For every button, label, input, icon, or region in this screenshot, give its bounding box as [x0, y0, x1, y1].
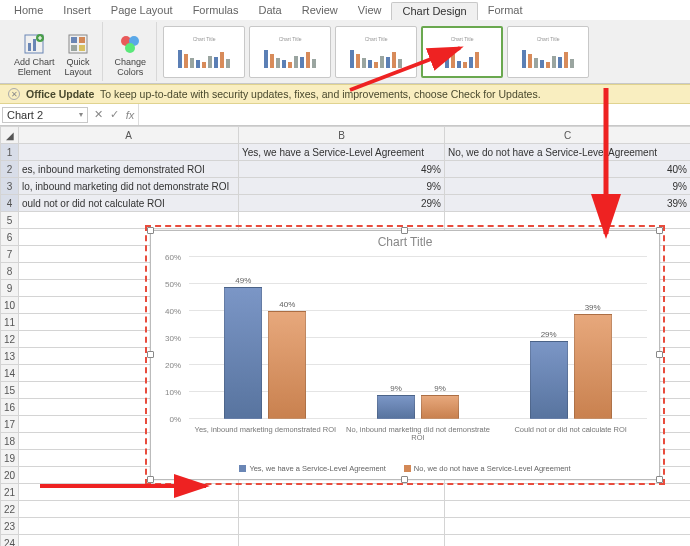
chart-group-2: 9% 9%: [342, 257, 495, 419]
ribbon: Add Chart Element Quick Layout Change Co…: [0, 20, 690, 84]
row-header-15[interactable]: 15: [1, 382, 19, 399]
close-icon[interactable]: ✕: [8, 88, 20, 100]
svg-rect-5: [71, 37, 77, 43]
row-header-3[interactable]: 3: [1, 178, 19, 195]
row-header-22[interactable]: 22: [1, 501, 19, 518]
col-header-c[interactable]: C: [445, 127, 691, 144]
row-header-23[interactable]: 23: [1, 518, 19, 535]
row-header-6[interactable]: 6: [1, 229, 19, 246]
bar-s1-c2[interactable]: 9%: [377, 395, 415, 419]
chart-legend[interactable]: Yes, we have a Service-Level Agreement N…: [151, 464, 659, 473]
bar-s2-c1[interactable]: 40%: [268, 311, 306, 419]
col-header-a[interactable]: A: [19, 127, 239, 144]
svg-rect-7: [71, 45, 77, 51]
row-header-19[interactable]: 19: [1, 450, 19, 467]
row-header-18[interactable]: 18: [1, 433, 19, 450]
tab-home[interactable]: Home: [4, 2, 53, 20]
row-header-17[interactable]: 17: [1, 416, 19, 433]
ribbon-tabs: Home Insert Page Layout Formulas Data Re…: [0, 0, 690, 20]
row-header-7[interactable]: 7: [1, 246, 19, 263]
add-chart-element-icon: [22, 32, 46, 56]
office-update-bar: ✕ Office Update To keep up-to-date with …: [0, 84, 690, 104]
chart-style-4[interactable]: Chart Title: [421, 26, 503, 78]
select-all-corner[interactable]: ◢: [1, 127, 19, 144]
svg-rect-6: [79, 37, 85, 43]
chart-y-axis: 0% 10% 20% 30% 40% 50% 60%: [151, 257, 185, 419]
change-colors-button[interactable]: Change Colors: [111, 30, 151, 79]
row-header-24[interactable]: 24: [1, 535, 19, 547]
tab-data[interactable]: Data: [248, 2, 291, 20]
tab-insert[interactable]: Insert: [53, 2, 101, 20]
chart-styles-gallery: Chart Title Chart Title Chart Title Char…: [159, 22, 589, 81]
fx-icon[interactable]: fx: [122, 109, 138, 121]
col-header-b[interactable]: B: [239, 127, 445, 144]
update-title: Office Update: [26, 88, 94, 100]
row-header-20[interactable]: 20: [1, 467, 19, 484]
chart-style-3[interactable]: Chart Title: [335, 26, 417, 78]
row-header-4[interactable]: 4: [1, 195, 19, 212]
cell-c3[interactable]: 9%: [445, 178, 691, 195]
svg-rect-8: [79, 45, 85, 51]
quick-layout-icon: [66, 32, 90, 56]
row-header-13[interactable]: 13: [1, 348, 19, 365]
row-header-14[interactable]: 14: [1, 365, 19, 382]
svg-point-11: [125, 43, 135, 53]
cell-c2[interactable]: 40%: [445, 161, 691, 178]
enter-formula-button[interactable]: ✓: [106, 108, 122, 121]
bar-s2-c3[interactable]: 39%: [574, 314, 612, 419]
cell-c4[interactable]: 39%: [445, 195, 691, 212]
cell-b1[interactable]: Yes, we have a Service-Level Agreement: [239, 144, 445, 161]
cell-a3[interactable]: lo, inbound marketing did not demonstrat…: [19, 178, 239, 195]
tab-view[interactable]: View: [348, 2, 392, 20]
formula-bar: Chart 2 ▾ ✕ ✓ fx: [0, 104, 690, 126]
update-message: To keep up-to-date with security updates…: [100, 88, 541, 100]
row-header-10[interactable]: 10: [1, 297, 19, 314]
tab-page-layout[interactable]: Page Layout: [101, 2, 183, 20]
row-header-5[interactable]: 5: [1, 212, 19, 229]
row-header-1[interactable]: 1: [1, 144, 19, 161]
row-header-11[interactable]: 11: [1, 314, 19, 331]
svg-rect-1: [28, 43, 31, 51]
chart-style-5[interactable]: Chart Title: [507, 26, 589, 78]
cell-a1[interactable]: [19, 144, 239, 161]
bar-s1-c3[interactable]: 29%: [530, 341, 568, 419]
bar-s1-c1[interactable]: 49%: [224, 287, 262, 419]
row-header-12[interactable]: 12: [1, 331, 19, 348]
chart-style-2[interactable]: Chart Title: [249, 26, 331, 78]
chevron-down-icon: ▾: [79, 110, 83, 119]
chart-style-1[interactable]: Chart Title: [163, 26, 245, 78]
embedded-chart[interactable]: Chart Title 0% 10% 20% 30% 40% 50% 60% 4…: [150, 230, 660, 480]
cell-a4[interactable]: ould not or did not calculate ROI: [19, 195, 239, 212]
cell-c1[interactable]: No, we do not have a Service-Level Agree…: [445, 144, 691, 161]
chart-group-3: 29% 39%: [494, 257, 647, 419]
tab-formulas[interactable]: Formulas: [183, 2, 249, 20]
row-header-21[interactable]: 21: [1, 484, 19, 501]
row-header-9[interactable]: 9: [1, 280, 19, 297]
tab-format[interactable]: Format: [478, 2, 533, 20]
change-colors-icon: [118, 32, 142, 56]
add-chart-element-button[interactable]: Add Chart Element: [10, 30, 59, 79]
chart-group-1: 49% 40%: [189, 257, 342, 419]
bar-s2-c2[interactable]: 9%: [421, 395, 459, 419]
row-header-2[interactable]: 2: [1, 161, 19, 178]
tab-review[interactable]: Review: [292, 2, 348, 20]
spreadsheet-grid: ◢ A B C 1 Yes, we have a Service-Level A…: [0, 126, 690, 546]
cell-b4[interactable]: 29%: [239, 195, 445, 212]
cell-b3[interactable]: 9%: [239, 178, 445, 195]
row-header-8[interactable]: 8: [1, 263, 19, 280]
chart-x-axis: Yes, inbound marketing demonstrated ROI …: [189, 424, 647, 445]
cell-a2[interactable]: es, inbound marketing demonstrated ROI: [19, 161, 239, 178]
chart-plot-area[interactable]: 49% 40% 9% 9% 29% 39%: [189, 257, 647, 419]
formula-input[interactable]: [138, 104, 690, 125]
name-box[interactable]: Chart 2 ▾: [2, 107, 88, 123]
svg-rect-2: [33, 39, 36, 51]
cell-b2[interactable]: 49%: [239, 161, 445, 178]
tab-chart-design[interactable]: Chart Design: [391, 2, 477, 20]
cancel-formula-button[interactable]: ✕: [90, 108, 106, 121]
quick-layout-button[interactable]: Quick Layout: [61, 30, 96, 79]
row-header-16[interactable]: 16: [1, 399, 19, 416]
